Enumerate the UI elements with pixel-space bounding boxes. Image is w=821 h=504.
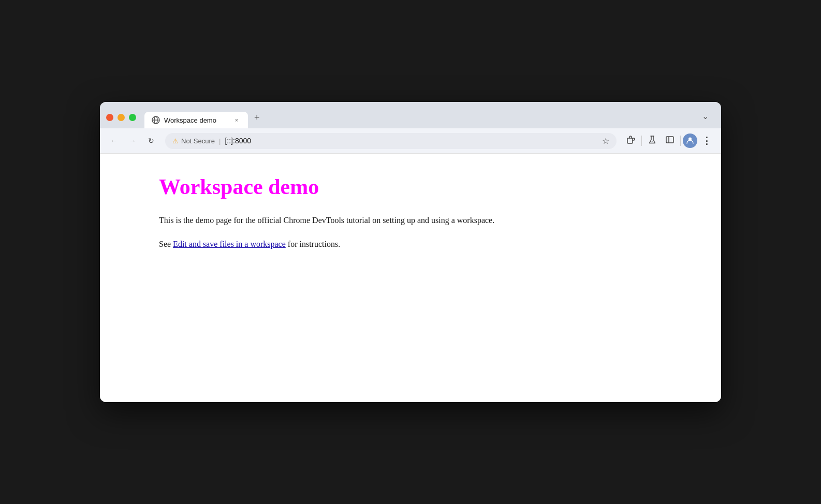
security-label: Not Secure [181, 137, 215, 145]
tab-list-dropdown-button[interactable]: ⌄ [696, 107, 715, 128]
tab-title-text: Workspace demo [164, 116, 228, 124]
lab-icon [648, 135, 657, 146]
extensions-button[interactable] [623, 132, 639, 149]
profile-button[interactable] [683, 134, 697, 148]
svg-rect-7 [666, 137, 673, 143]
maximize-button[interactable] [129, 114, 136, 121]
active-tab[interactable]: Workspace demo × [144, 112, 248, 128]
address-bar[interactable]: ⚠ Not Secure | [::]:8000 ☆ [165, 133, 617, 149]
tab-close-button[interactable]: × [232, 116, 241, 124]
bookmark-icon[interactable]: ☆ [602, 136, 609, 146]
menu-button[interactable]: ⋮ [698, 132, 715, 149]
more-options-icon: ⋮ [702, 135, 712, 146]
address-separator: | [219, 137, 221, 145]
forward-icon: → [129, 137, 136, 145]
nav-divider [641, 136, 642, 146]
traffic-lights [106, 114, 144, 128]
new-tab-button[interactable]: + [248, 108, 266, 128]
lab-button[interactable] [644, 132, 661, 149]
page-description: This is the demo page for the official C… [159, 214, 662, 227]
extensions-icon [626, 135, 636, 147]
back-icon: ← [110, 137, 118, 145]
tab-bar: Workspace demo × + ⌄ [144, 107, 715, 128]
link-prefix-text: See [159, 240, 173, 248]
security-indicator: ⚠ Not Secure [172, 137, 215, 145]
chevron-down-icon: ⌄ [702, 111, 709, 121]
svg-rect-3 [627, 138, 633, 143]
page-link-line: See Edit and save files in a workspace f… [159, 238, 662, 251]
page-content: Workspace demo This is the demo page for… [100, 154, 721, 402]
back-button[interactable]: ← [106, 133, 122, 149]
minimize-button[interactable] [118, 114, 125, 121]
avatar-icon [686, 136, 694, 146]
browser-window: Workspace demo × + ⌄ ← → ↻ ⚠ Not Secure … [100, 102, 721, 402]
forward-button[interactable]: → [125, 133, 140, 149]
warning-icon: ⚠ [172, 137, 179, 145]
svg-point-6 [652, 141, 653, 142]
tab-favicon-icon [152, 116, 160, 124]
reload-button[interactable]: ↻ [143, 133, 159, 149]
sidebar-icon [665, 135, 675, 146]
reload-icon: ↻ [148, 137, 154, 145]
nav-bar: ← → ↻ ⚠ Not Secure | [::]:8000 ☆ [100, 128, 721, 154]
nav-divider-2 [680, 136, 681, 146]
workspace-tutorial-link[interactable]: Edit and save files in a workspace [173, 240, 286, 248]
svg-point-5 [651, 141, 652, 142]
nav-actions: ⋮ [623, 132, 715, 149]
link-suffix-text: for instructions. [286, 240, 340, 248]
close-button[interactable] [106, 114, 113, 121]
sidebar-button[interactable] [662, 132, 678, 149]
title-bar: Workspace demo × + ⌄ [100, 102, 721, 128]
address-url-text: [::]:8000 [225, 137, 598, 145]
page-heading: Workspace demo [159, 174, 662, 199]
